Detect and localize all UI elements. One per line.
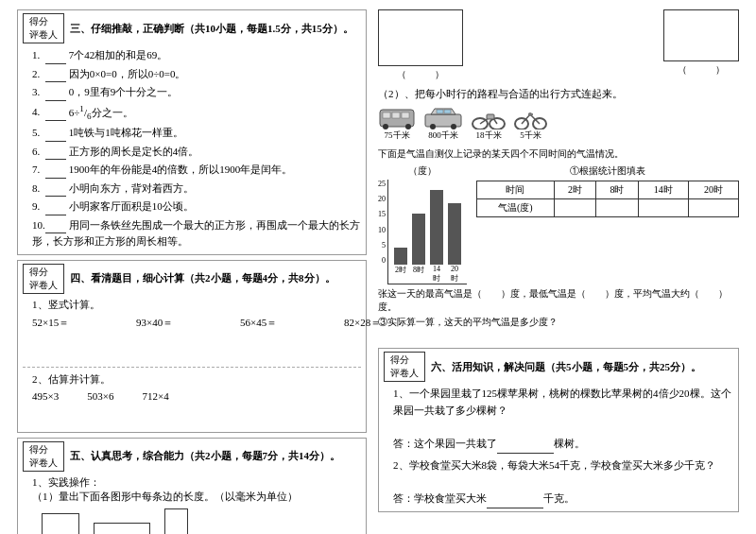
svg-rect-3 — [402, 112, 409, 118]
section3-header: 得分 评卷人 三、仔细推敲，正确判断（共10小题，每题1.5分，共15分）。 — [23, 13, 361, 43]
q6-2-work-space — [393, 474, 733, 491]
svg-rect-6 — [425, 114, 461, 127]
th-20h: 20时 — [688, 181, 738, 199]
score-label-3: 得分 评卷人 — [23, 13, 64, 43]
rect1-box — [378, 9, 463, 66]
moto-icon — [471, 105, 507, 129]
svg-rect-7 — [437, 110, 443, 113]
travel-title: （2）、把每小时行的路程与合适的出行方式连起来。 — [378, 87, 739, 101]
q6-1-ans: 答：这个果园一共栽了 棵树。 — [393, 436, 733, 454]
section3-title: 三、仔细推敲，正确判断（共10小题，每题1.5分，共15分）。 — [70, 22, 353, 36]
divider-4 — [23, 367, 361, 368]
rect1-label: （ ） — [378, 68, 463, 81]
chart-section: （度） 25 20 15 10 5 0 — [378, 164, 739, 284]
table-data-row: 气温(度) — [477, 199, 739, 217]
stats-table: 时间 2时 8时 14时 20时 气温(度) — [476, 181, 739, 217]
sub1-label: 1、竖式计算。 — [32, 298, 361, 312]
section6-header: 得分 评卷人 六、活用知识，解决问题（共5小题，每题5分，共25分）。 — [384, 352, 733, 382]
chart-title: （度） — [378, 164, 467, 178]
vehicle-row: 75千米 800千米 — [378, 105, 739, 142]
svg-rect-13 — [487, 114, 494, 119]
rect2-label: （ ） — [663, 63, 739, 77]
q3-2: 2. 因为0×0=0，所以0÷0=0。 — [32, 66, 361, 83]
svg-rect-2 — [392, 112, 400, 118]
th-label: 时间 — [477, 181, 555, 199]
q3-7: 7. 1900年的年份能是4的倍数，所以1900年是闰年。 — [32, 162, 361, 179]
est-2: 503×6 — [87, 390, 113, 402]
svg-point-16 — [528, 112, 532, 116]
q6-2-text: 2、学校食堂买大米8袋，每袋大米54千克，学校食堂买大米多少千克？ — [393, 457, 733, 474]
score-label-6: 得分 评卷人 — [384, 352, 425, 382]
calc-1: 52×15＝ — [32, 316, 108, 330]
car-vehicle: 800千米 — [423, 105, 463, 142]
bike-vehicle: 5千米 — [514, 105, 547, 142]
bike-icon — [514, 105, 547, 129]
td-unit: 气温(度) — [477, 199, 555, 217]
rect2-container: （ ） — [663, 9, 739, 81]
svg-rect-8 — [444, 110, 451, 113]
q3-4: 4. 6÷1/6分之一。 — [32, 103, 361, 124]
right-column: （ ） （ ） （2）、把每小时行的路程与合适的出行方式连起来。 — [378, 9, 739, 534]
bike-label: 5千米 — [520, 129, 541, 142]
rect2-shape — [164, 508, 188, 534]
bar-x-labels: 2时 8时 14时 20时 — [388, 265, 467, 284]
shape-rect2 — [164, 508, 188, 534]
rect1-shape — [94, 523, 150, 534]
chart-answer-space — [378, 329, 739, 348]
bus-vehicle: 75千米 — [378, 106, 416, 142]
rect2-box — [663, 9, 739, 61]
q3-6: 6. 正方形的周长是定长的4倍。 — [32, 144, 361, 161]
section4: 得分 评卷人 四、看清题目，细心计算（共2小题，每题4分，共8分）。 1、竖式计… — [17, 260, 367, 433]
section6-title: 六、活用知识，解决问题（共5小题，每题5分，共25分）。 — [431, 360, 701, 374]
square-shape — [42, 513, 79, 534]
sub1-desc: （1）量出下面各图形中每条边的长度。（以毫米为单位） — [32, 490, 361, 504]
chart-intro: 下面是气温自测仪上记录的某天四个不同时间的气温情况。 — [378, 147, 739, 161]
th-8h: 8时 — [596, 181, 639, 199]
chart-inner: 25 20 15 10 5 0 — [378, 180, 467, 284]
section4-header: 得分 评卷人 四、看清题目，细心计算（共2小题，每题4分，共8分）。 — [23, 264, 361, 294]
calc-2: 93×40＝ — [136, 316, 212, 330]
bus-icon — [378, 106, 416, 129]
score-label-5: 得分 评卷人 — [23, 441, 64, 472]
est-row: 495×3 503×6 712×4 — [32, 390, 361, 402]
sub2-label: 2、估算并计算。 — [32, 372, 361, 387]
rect-row: （ ） （ ） — [378, 9, 739, 81]
y-axis: 25 20 15 10 5 0 — [378, 180, 386, 265]
est-1: 495×3 — [32, 390, 59, 402]
shape-rect1 — [94, 523, 150, 534]
sub1-practice-label: 1、实践操作： — [32, 475, 361, 490]
shapes-row — [42, 508, 361, 534]
chart-container: （度） 25 20 15 10 5 0 — [378, 164, 467, 284]
svg-rect-1 — [383, 112, 390, 118]
section5-header: 得分 评卷人 五、认真思考，综合能力（共2小题，每题7分，共14分）。 — [23, 441, 361, 472]
car-label: 800千米 — [428, 129, 458, 142]
chart-q1: 张这一天的最高气温是（ ）度，最低气温是（ ）度，平均气温大约（ ）度。 — [378, 287, 739, 314]
q3-8: 8. 小明向东方，背对着西方。 — [32, 181, 361, 198]
q6-1: 1、一个果园里栽了125棵苹果树，桃树的棵数比苹果树的4倍少20棵。这个果园一共… — [393, 386, 733, 454]
bars-container — [388, 180, 467, 265]
q6-2-ans: 答：学校食堂买大米 千克。 — [393, 491, 733, 508]
bar-area: 2时 8时 14时 20时 — [387, 180, 467, 284]
q3-3: 3. 0，9里有9个十分之一。 — [32, 84, 361, 101]
bus-label: 75千米 — [385, 129, 410, 142]
moto-vehicle: 18千米 — [471, 105, 507, 142]
th-2h: 2时 — [554, 181, 596, 199]
travel-section: （2）、把每小时行的路程与合适的出行方式连起来。 75千米 — [378, 87, 739, 142]
bar-14h — [430, 190, 443, 265]
section3: 得分 评卷人 三、仔细推敲，正确判断（共10小题，每题1.5分，共15分）。 1… — [17, 9, 367, 255]
section5: 得分 评卷人 五、认真思考，综合能力（共2小题，每题7分，共14分）。 1、实践… — [17, 438, 367, 534]
section4-sub1: 1、竖式计算。 52×15＝ 93×40＝ 56×45＝ 82×28＝ — [23, 298, 361, 362]
th-14h: 14时 — [638, 181, 688, 199]
td-8h — [596, 199, 639, 217]
rect1-container: （ ） — [378, 9, 463, 81]
section4-title: 四、看清题目，细心计算（共2小题，每题4分，共8分）。 — [70, 271, 335, 285]
bar-8h — [412, 214, 425, 265]
bar-2h — [394, 248, 407, 265]
exam-page: 得分 评卷人 三、仔细推敲，正确判断（共10小题，每题1.5分，共15分）。 1… — [0, 0, 756, 534]
q6-1-text: 1、一个果园里栽了125棵苹果树，桃树的棵数比苹果树的4倍少20棵。这个果园一共… — [393, 386, 733, 419]
score-label-4: 得分 评卷人 — [23, 264, 64, 294]
est-3: 712×4 — [142, 390, 168, 402]
bar-20h — [448, 203, 461, 265]
table-header-row: 时间 2时 8时 14时 20时 — [477, 181, 739, 199]
td-14h — [638, 199, 688, 217]
